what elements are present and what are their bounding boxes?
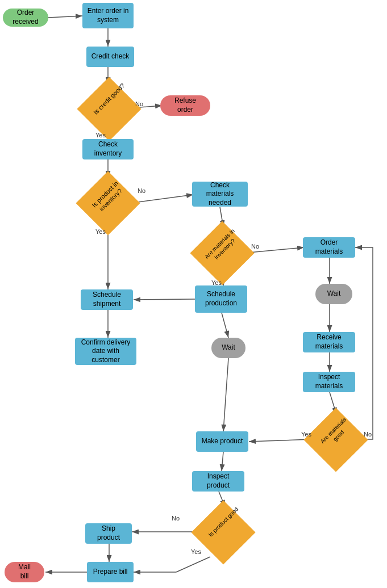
check-inventory-node: Check inventory bbox=[82, 139, 134, 159]
inspect-materials-label: Inspect materials bbox=[307, 373, 351, 390]
are-materials-good-node: Are materials good bbox=[310, 414, 361, 465]
label-no1: No bbox=[135, 100, 143, 107]
flowchart: Order received Enter order in system Cre… bbox=[0, 0, 387, 588]
enter-order-label: Enter order in system bbox=[87, 7, 129, 24]
make-product-node: Make product bbox=[196, 431, 248, 452]
inspect-product-label: Inspect product bbox=[197, 472, 240, 490]
credit-check-label: Credit check bbox=[91, 52, 130, 61]
ship-product-node: Ship product bbox=[85, 523, 132, 544]
refuse-order-label: Refuse order bbox=[169, 96, 201, 114]
label-no2: No bbox=[138, 187, 145, 194]
label-no5: No bbox=[172, 515, 180, 522]
credit-check-node: Credit check bbox=[86, 47, 134, 67]
are-materials-in-inventory-node: Are materials in inventory? bbox=[196, 227, 248, 279]
is-product-in-inventory-node: Is product in inventory? bbox=[82, 178, 134, 229]
schedule-shipment-node: Schedule shipment bbox=[81, 289, 133, 310]
receive-materials-label: Receive materials bbox=[307, 333, 351, 351]
schedule-production-label: Schedule production bbox=[199, 290, 243, 308]
confirm-delivery-node: Confirm delivery date with customer bbox=[75, 338, 136, 365]
inspect-product-node: Inspect product bbox=[192, 471, 244, 492]
receive-materials-node: Receive materials bbox=[303, 332, 355, 352]
wait2-label: Wait bbox=[222, 343, 235, 352]
svg-line-21 bbox=[222, 452, 223, 471]
refuse-order-node: Refuse order bbox=[160, 95, 210, 116]
wait1-label: Wait bbox=[327, 289, 341, 299]
mail-bill-label: Mail bill bbox=[14, 563, 35, 581]
svg-line-16 bbox=[249, 439, 311, 442]
label-yes3: Yes bbox=[211, 279, 222, 286]
check-materials-label: Check materials needed bbox=[197, 181, 243, 208]
schedule-shipment-label: Schedule shipment bbox=[85, 291, 128, 308]
ship-product-label: Ship product bbox=[90, 524, 127, 542]
svg-line-17 bbox=[222, 313, 228, 338]
order-materials-node: Order materials bbox=[303, 237, 355, 258]
svg-line-24 bbox=[176, 557, 210, 572]
svg-line-18 bbox=[223, 358, 228, 431]
svg-line-19 bbox=[134, 299, 196, 300]
label-yes5: Yes bbox=[191, 548, 201, 555]
enter-order-node: Enter order in system bbox=[82, 3, 134, 28]
svg-line-7 bbox=[134, 195, 193, 203]
check-materials-node: Check materials needed bbox=[192, 182, 248, 207]
inspect-materials-node: Inspect materials bbox=[303, 372, 355, 392]
is-credit-good-node: Is credit good? bbox=[84, 84, 134, 134]
confirm-delivery-label: Confirm delivery date with customer bbox=[80, 338, 132, 365]
label-yes1: Yes bbox=[95, 132, 106, 138]
wait1-node: Wait bbox=[315, 284, 352, 304]
svg-line-1 bbox=[48, 16, 82, 18]
prepare-bill-node: Prepare bill bbox=[87, 562, 134, 582]
check-inventory-label: Check inventory bbox=[87, 140, 129, 158]
order-received-label: Order received bbox=[12, 9, 39, 26]
schedule-production-node: Schedule production bbox=[195, 285, 247, 313]
wait2-node: Wait bbox=[211, 338, 245, 358]
mail-bill-node: Mail bill bbox=[5, 562, 44, 582]
order-materials-label: Order materials bbox=[307, 238, 351, 256]
label-no4: No bbox=[364, 431, 372, 438]
label-yes2: Yes bbox=[95, 228, 106, 235]
is-product-good-node: Is product good bbox=[198, 507, 249, 558]
label-yes4: Yes bbox=[301, 431, 311, 438]
label-no3: No bbox=[251, 243, 259, 250]
order-received-node: Order received bbox=[3, 9, 48, 27]
make-product-label: Make product bbox=[202, 437, 243, 446]
prepare-bill-label: Prepare bill bbox=[93, 568, 128, 577]
